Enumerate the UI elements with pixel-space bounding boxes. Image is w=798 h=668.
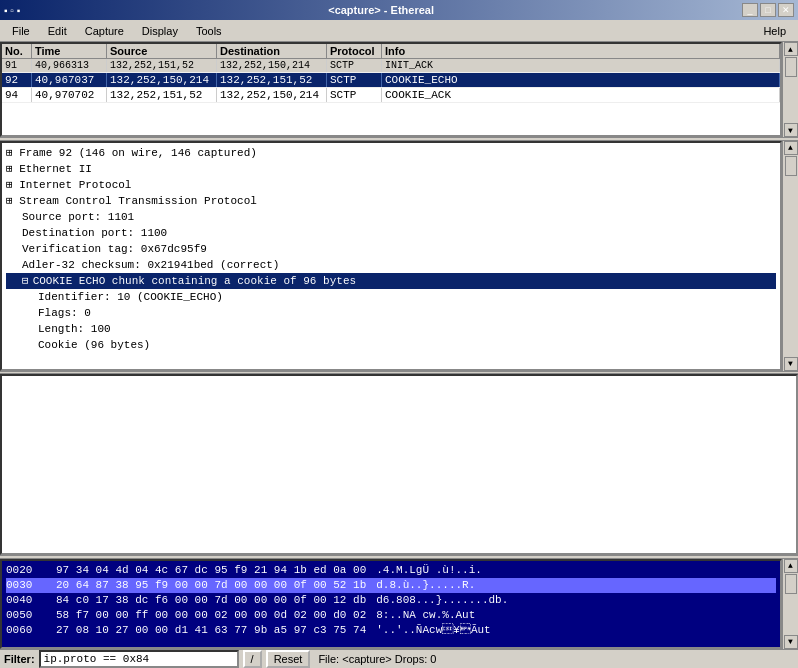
packet-list-header: No. Time Source Destination Protocol Inf… <box>2 44 780 59</box>
detail-panel[interactable]: Frame 92 (146 on wire, 146 captured) Eth… <box>0 141 782 371</box>
detail-row-identifier[interactable]: Identifier: 10 (COOKIE_ECHO) <box>6 289 776 305</box>
col-header-time: Time <box>32 44 107 58</box>
main-content: No. Time Source Destination Protocol Inf… <box>0 42 798 668</box>
detail-row-flags[interactable]: Flags: 0 <box>6 305 776 321</box>
table-row[interactable]: 91 40,966313 132,252,151,52 132,252,150,… <box>2 59 780 73</box>
menu-capture[interactable]: Capture <box>77 23 132 39</box>
expand-icon: ⊟ <box>22 273 29 289</box>
scroll-up-btn[interactable]: ▲ <box>784 42 798 56</box>
hex-panel-wrapper: 0020 97 34 04 4d 04 4c 67 dc 95 f9 21 94… <box>0 559 798 649</box>
close-button[interactable]: ✕ <box>778 3 794 17</box>
scroll-down-btn[interactable]: ▼ <box>784 123 798 137</box>
title-bar-left: ▪ ▫ ▪ <box>4 5 20 16</box>
detail-row-ethernet[interactable]: Ethernet II <box>6 161 776 177</box>
detail-row-sctp[interactable]: Stream Control Transmission Protocol <box>6 193 776 209</box>
hex-row-0030: 0030 20 64 87 38 95 f9 00 00 7d 00 00 00… <box>6 578 776 593</box>
col-header-info: Info <box>382 44 780 58</box>
scroll-thumb[interactable] <box>785 57 797 77</box>
hex-row-0020: 0020 97 34 04 4d 04 4c 67 dc 95 f9 21 94… <box>6 563 776 578</box>
main-layout: No. Time Source Destination Protocol Inf… <box>0 42 798 668</box>
detail-row-frame[interactable]: Frame 92 (146 on wire, 146 captured) <box>6 145 776 161</box>
scroll-track[interactable] <box>784 56 798 123</box>
status-text: File: <capture> Drops: 0 <box>318 653 436 665</box>
menu-help[interactable]: Help <box>755 23 794 39</box>
detail-scroll-up[interactable]: ▲ <box>784 141 798 155</box>
hex-row-0060: 0060 27 08 10 27 00 00 d1 41 63 77 9b a5… <box>6 623 776 638</box>
detail-row-cookie-echo[interactable]: ⊟ COOKIE ECHO chunk containing a cookie … <box>6 273 776 289</box>
col-header-src: Source <box>107 44 217 58</box>
detail-scroll-track[interactable] <box>784 155 798 357</box>
menu-tools[interactable]: Tools <box>188 23 230 39</box>
menu-bar: File Edit Capture Display Tools Help <box>0 20 798 42</box>
col-header-no: No. <box>2 44 32 58</box>
empty-area <box>0 374 798 555</box>
detail-row-ip[interactable]: Internet Protocol <box>6 177 776 193</box>
detail-row-checksum[interactable]: Adler-32 checksum: 0x21941bed (correct) <box>6 257 776 273</box>
table-row[interactable]: 94 40,970702 132,252,151,52 132,252,150,… <box>2 88 780 103</box>
detail-row-cookie[interactable]: Cookie (96 bytes) <box>6 337 776 353</box>
hex-scroll-down[interactable]: ▼ <box>784 635 798 649</box>
maximize-button[interactable]: □ <box>760 3 776 17</box>
title-bar-title: <capture> - Ethereal <box>20 4 742 16</box>
detail-scroll-down[interactable]: ▼ <box>784 357 798 371</box>
hex-scrollbar[interactable]: ▲ ▼ <box>782 559 798 649</box>
detail-scrollbar[interactable]: ▲ ▼ <box>782 141 798 371</box>
detail-row-length[interactable]: Length: 100 <box>6 321 776 337</box>
col-header-proto: Protocol <box>327 44 382 58</box>
packet-list-panel: No. Time Source Destination Protocol Inf… <box>0 42 798 137</box>
menu-display[interactable]: Display <box>134 23 186 39</box>
hex-row-0040: 0040 84 c0 17 38 dc f6 00 00 7d 00 00 00… <box>6 593 776 608</box>
filter-reset-button[interactable]: Reset <box>266 650 311 668</box>
hex-scroll-thumb[interactable] <box>785 574 797 594</box>
detail-row-vtag[interactable]: Verification tag: 0x67dc95f9 <box>6 241 776 257</box>
detail-scroll-thumb[interactable] <box>785 156 797 176</box>
filter-apply-button[interactable]: / <box>243 650 262 668</box>
col-header-dst: Destination <box>217 44 327 58</box>
menu-file[interactable]: File <box>4 23 38 39</box>
hex-row-0050: 0050 58 f7 00 00 ff 00 00 00 02 00 00 0d… <box>6 608 776 623</box>
title-bar-controls: _ □ ✕ <box>742 3 794 17</box>
status-bar: Filter: / Reset File: <capture> Drops: 0 <box>0 649 798 668</box>
detail-panel-wrapper: Frame 92 (146 on wire, 146 captured) Eth… <box>0 141 798 371</box>
minimize-button[interactable]: _ <box>742 3 758 17</box>
detail-row-srcport[interactable]: Source port: 1101 <box>6 209 776 225</box>
hex-scroll-track[interactable] <box>784 573 798 635</box>
hex-panel[interactable]: 0020 97 34 04 4d 04 4c 67 dc 95 f9 21 94… <box>0 559 782 649</box>
packet-list-scrollbar[interactable]: ▲ ▼ <box>782 42 798 137</box>
packet-rows: 91 40,966313 132,252,151,52 132,252,150,… <box>2 59 780 103</box>
detail-row-dstport[interactable]: Destination port: 1100 <box>6 225 776 241</box>
filter-input[interactable] <box>39 650 239 668</box>
table-row[interactable]: 92 40,967037 132,252,150,214 132,252,151… <box>2 73 780 88</box>
menu-edit[interactable]: Edit <box>40 23 75 39</box>
hex-scroll-up[interactable]: ▲ <box>784 559 798 573</box>
title-bar: ▪ ▫ ▪ <capture> - Ethereal _ □ ✕ <box>0 0 798 20</box>
packet-list[interactable]: No. Time Source Destination Protocol Inf… <box>0 42 782 137</box>
filter-label: Filter: <box>4 653 35 665</box>
